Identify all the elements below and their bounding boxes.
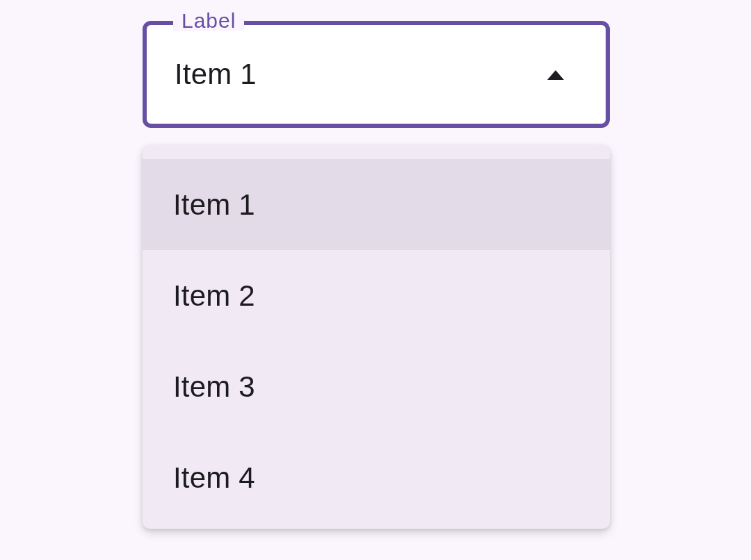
- select-field: Item 1 Label: [143, 21, 610, 128]
- menu-item-label: Item 2: [173, 279, 255, 313]
- select-value: Item 1: [175, 58, 257, 91]
- menu-item-label: Item 4: [173, 461, 255, 495]
- select-menu[interactable]: Item 1 Item 2 Item 3 Item 4: [143, 145, 610, 529]
- menu-item-2[interactable]: Item 2: [143, 250, 610, 341]
- svg-marker-0: [547, 70, 564, 80]
- menu-item-label: Item 3: [173, 370, 255, 404]
- arrow-drop-up-icon: [544, 67, 567, 81]
- select-combobox[interactable]: Item 1: [143, 21, 610, 128]
- menu-item-4[interactable]: Item 4: [143, 432, 610, 523]
- menu-item-label: Item 1: [173, 188, 255, 222]
- select-label: Label: [173, 10, 244, 31]
- menu-item-3[interactable]: Item 3: [143, 341, 610, 432]
- menu-item-1[interactable]: Item 1: [143, 159, 610, 250]
